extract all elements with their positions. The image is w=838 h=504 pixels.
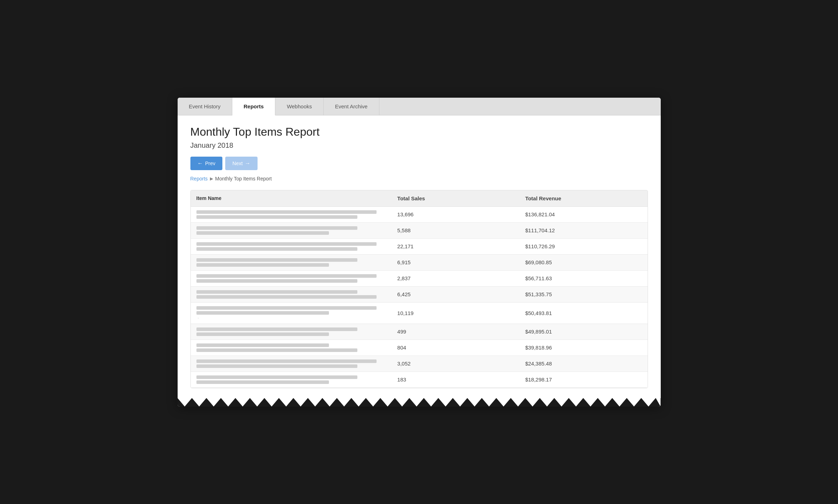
table-row: 183$18,298.17: [191, 372, 648, 388]
torn-edge-decoration: [178, 398, 661, 407]
placeholder-line: [196, 263, 329, 267]
total-sales-cell: 2,837: [391, 270, 519, 286]
table-row: 2,837$56,711.63: [191, 270, 648, 286]
page-subtitle: January 2018: [190, 141, 648, 150]
item-name-cell: [191, 206, 392, 222]
placeholder-line: [196, 375, 358, 379]
total-revenue-cell: $18,298.17: [519, 372, 647, 388]
total-revenue-cell: $110,726.29: [519, 238, 647, 254]
col-header-total-revenue: Total Revenue: [519, 190, 647, 207]
item-name-cell: [191, 372, 392, 388]
item-name-cell: [191, 254, 392, 270]
placeholder-line: [196, 226, 358, 230]
placeholder-line: [196, 242, 377, 246]
tab-bar: Event History Reports Webhooks Event Arc…: [178, 98, 661, 115]
placeholder-line: [196, 343, 329, 347]
breadcrumb: Reports ▶ Monthly Top Items Report: [190, 176, 648, 181]
total-sales-cell: 6,915: [391, 254, 519, 270]
placeholder-line: [196, 332, 329, 336]
item-name-cell: [191, 324, 392, 340]
total-sales-cell: 22,171: [391, 238, 519, 254]
placeholder-line: [196, 290, 358, 294]
prev-button[interactable]: ← Prev: [190, 157, 223, 170]
tab-webhooks[interactable]: Webhooks: [275, 98, 324, 115]
table-header-row: Item Name Total Sales Total Revenue: [191, 190, 648, 207]
total-revenue-cell: $24,385.48: [519, 356, 647, 372]
total-sales-cell: 804: [391, 340, 519, 356]
item-name-cell: [191, 238, 392, 254]
placeholder-line: [196, 295, 377, 299]
tab-event-history[interactable]: Event History: [178, 98, 232, 115]
total-revenue-cell: $69,080.85: [519, 254, 647, 270]
placeholder-line: [196, 279, 358, 283]
total-revenue-cell: $111,704.12: [519, 222, 647, 238]
col-header-total-sales: Total Sales: [391, 190, 519, 207]
placeholder-line: [196, 231, 329, 235]
total-sales-cell: 5,588: [391, 222, 519, 238]
placeholder-line: [196, 359, 377, 363]
item-name-cell: [191, 340, 392, 356]
total-sales-cell: 10,119: [391, 302, 519, 324]
total-sales-cell: 3,052: [391, 356, 519, 372]
total-sales-cell: 6,425: [391, 286, 519, 302]
main-window: Event History Reports Webhooks Event Arc…: [178, 98, 661, 407]
breadcrumb-root[interactable]: Reports: [190, 176, 208, 181]
total-sales-cell: 499: [391, 324, 519, 340]
placeholder-line: [196, 215, 358, 219]
total-sales-cell: 13,696: [391, 206, 519, 222]
item-name-cell: [191, 286, 392, 302]
placeholder-line: [196, 311, 329, 315]
placeholder-line: [196, 348, 358, 352]
nav-buttons: ← Prev Next →: [190, 157, 648, 170]
page-content: Monthly Top Items Report January 2018 ← …: [178, 115, 661, 398]
placeholder-dot: ·: [196, 316, 386, 320]
tab-event-archive[interactable]: Event Archive: [324, 98, 379, 115]
col-header-item-name: Item Name: [191, 190, 392, 207]
placeholder-line: [196, 210, 377, 214]
placeholder-line: [196, 364, 358, 368]
table-row: 6,425$51,335.75: [191, 286, 648, 302]
placeholder-line: [196, 327, 358, 331]
item-name-cell: [191, 270, 392, 286]
placeholder-line: [196, 247, 358, 251]
item-name-cell: [191, 222, 392, 238]
placeholder-line: [196, 380, 329, 384]
reports-table: Item Name Total Sales Total Revenue 13,6…: [191, 190, 648, 388]
next-button[interactable]: Next →: [225, 157, 258, 170]
table-row: 804$39,818.96: [191, 340, 648, 356]
placeholder-line: [196, 258, 358, 262]
breadcrumb-current: Monthly Top Items Report: [215, 176, 272, 181]
item-name-cell: [191, 356, 392, 372]
next-label: Next: [232, 161, 243, 166]
item-name-cell: ·: [191, 302, 392, 324]
total-revenue-cell: $56,711.63: [519, 270, 647, 286]
next-arrow-icon: →: [245, 160, 250, 167]
table-row: 499$49,895.01: [191, 324, 648, 340]
data-table-container: Item Name Total Sales Total Revenue 13,6…: [190, 190, 648, 388]
table-row: ·10,119$50,493.81: [191, 302, 648, 324]
total-revenue-cell: $136,821.04: [519, 206, 647, 222]
table-row: 6,915$69,080.85: [191, 254, 648, 270]
total-revenue-cell: $50,493.81: [519, 302, 647, 324]
placeholder-line: [196, 306, 377, 310]
breadcrumb-separator: ▶: [210, 176, 213, 181]
prev-label: Prev: [205, 161, 216, 166]
total-revenue-cell: $51,335.75: [519, 286, 647, 302]
total-revenue-cell: $49,895.01: [519, 324, 647, 340]
table-row: 3,052$24,385.48: [191, 356, 648, 372]
prev-arrow-icon: ←: [198, 160, 203, 167]
page-title: Monthly Top Items Report: [190, 125, 648, 139]
table-row: 13,696$136,821.04: [191, 206, 648, 222]
table-row: 5,588$111,704.12: [191, 222, 648, 238]
placeholder-line: [196, 274, 377, 278]
total-revenue-cell: $39,818.96: [519, 340, 647, 356]
table-row: 22,171$110,726.29: [191, 238, 648, 254]
tab-reports[interactable]: Reports: [232, 98, 276, 115]
total-sales-cell: 183: [391, 372, 519, 388]
